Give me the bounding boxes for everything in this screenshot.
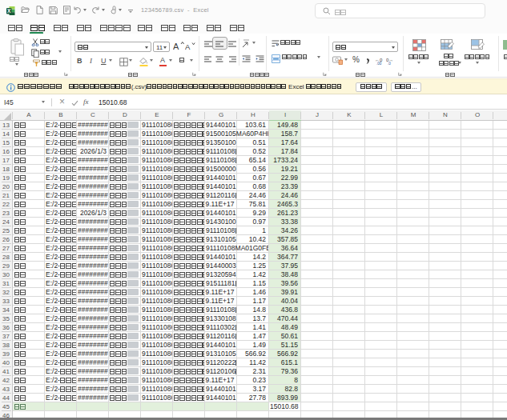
svg-text:A: A	[185, 42, 191, 50]
svg-text:A: A	[173, 42, 179, 50]
svg-text:.0: .0	[388, 62, 391, 66]
svg-text:.00: .00	[376, 62, 382, 66]
svg-text:X: X	[7, 8, 11, 14]
